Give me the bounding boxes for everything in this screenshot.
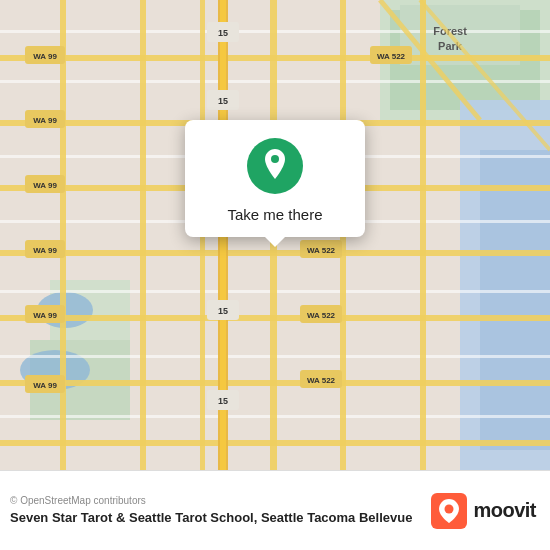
pin-circle [247,138,303,194]
svg-rect-29 [420,0,426,470]
svg-text:WA 99: WA 99 [33,311,57,320]
svg-text:15: 15 [218,28,228,38]
svg-text:WA 522: WA 522 [307,376,336,385]
svg-text:WA 99: WA 99 [33,181,57,190]
svg-text:15: 15 [218,306,228,316]
footer-bar: © OpenStreetMap contributors Seven Star … [0,470,550,550]
svg-point-66 [271,155,279,163]
svg-text:15: 15 [218,96,228,106]
svg-text:WA 99: WA 99 [33,246,57,255]
svg-text:WA 522: WA 522 [307,311,336,320]
take-me-there-button[interactable]: Take me there [227,206,322,223]
svg-text:WA 99: WA 99 [33,381,57,390]
footer-info: © OpenStreetMap contributors Seven Star … [10,495,412,527]
copyright-text: © OpenStreetMap contributors [10,495,412,506]
svg-text:WA 99: WA 99 [33,52,57,61]
place-name-text: Seven Star Tarot & Seattle Tarot School,… [10,510,412,527]
svg-text:WA 99: WA 99 [33,116,57,125]
map-view: 15 15 15 15 15 WA 99 WA 99 WA 99 WA 99 W… [0,0,550,470]
svg-rect-5 [480,150,550,450]
location-pin-icon [260,149,290,183]
moovit-brand-icon [431,493,467,529]
svg-rect-24 [60,0,66,470]
svg-point-68 [445,504,454,513]
location-popup: Take me there [185,120,365,237]
moovit-logo: moovit [431,493,536,529]
moovit-brand-name: moovit [473,499,536,522]
svg-text:15: 15 [218,396,228,406]
svg-text:WA 522: WA 522 [307,246,336,255]
svg-text:WA 522: WA 522 [377,52,406,61]
svg-rect-25 [140,0,146,470]
